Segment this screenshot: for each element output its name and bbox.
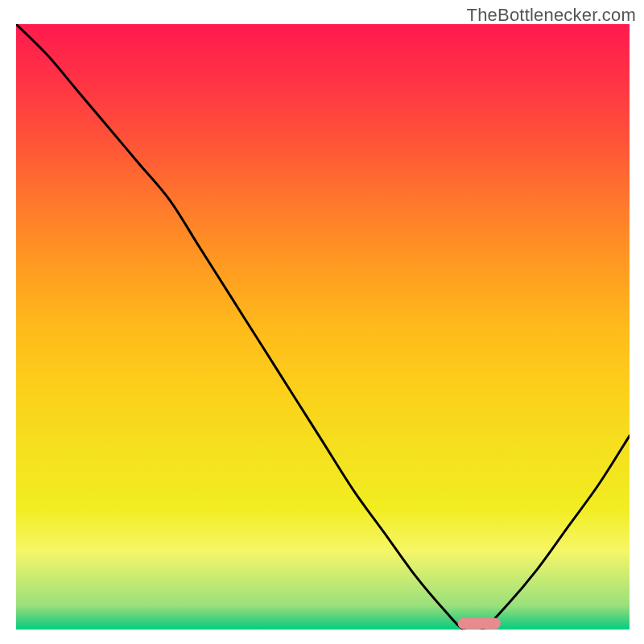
chart-svg bbox=[16, 24, 630, 630]
chart-background bbox=[16, 24, 630, 630]
watermark-label: TheBottlenecker.com bbox=[467, 5, 636, 26]
chart-plot-area bbox=[16, 24, 630, 630]
chart-minimum-marker bbox=[458, 617, 501, 629]
